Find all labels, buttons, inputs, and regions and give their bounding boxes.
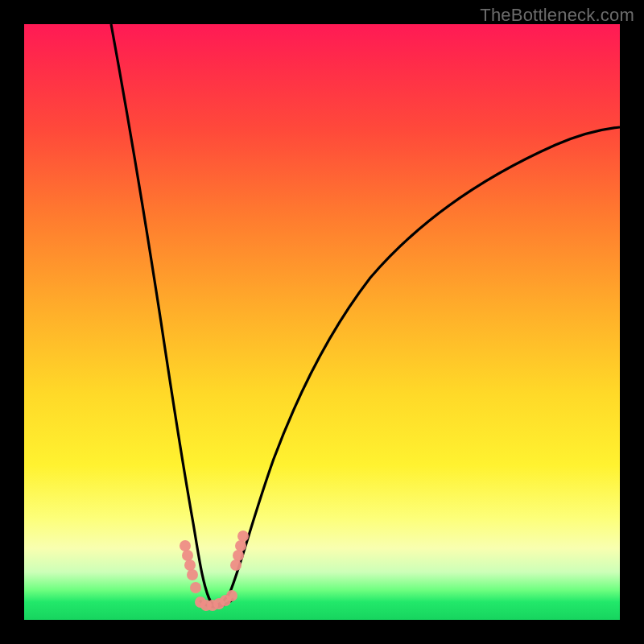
marker-dot (237, 530, 249, 542)
marker-dot (190, 582, 201, 593)
marker-dot (233, 550, 244, 561)
watermark-text: TheBottleneck.com (480, 5, 634, 26)
bottleneck-curve (111, 24, 620, 605)
marker-dot (182, 550, 193, 561)
marker-dot (226, 590, 237, 601)
marker-dot (235, 540, 246, 551)
marker-dot (184, 559, 196, 571)
marker-dot (187, 569, 198, 580)
chart-svg (24, 24, 620, 620)
marker-dot (230, 559, 242, 571)
plot-area (24, 24, 620, 620)
marker-dot (180, 540, 191, 551)
